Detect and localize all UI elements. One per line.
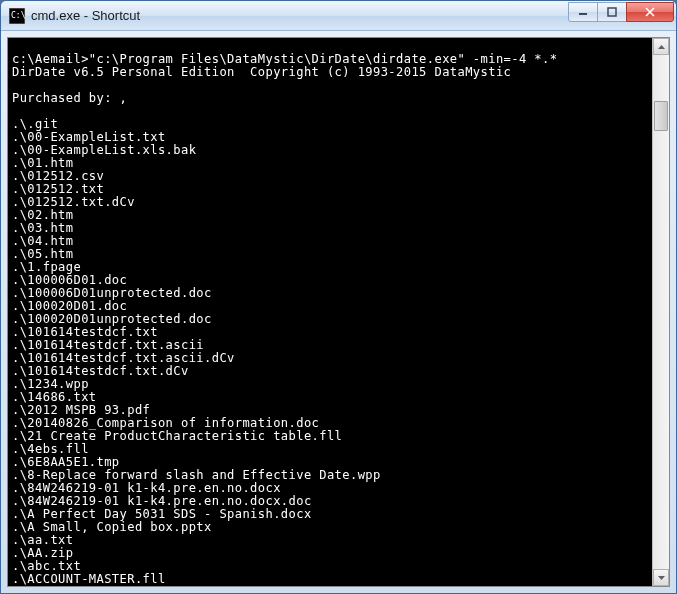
terminal-line: .\1234.wpp [12,378,648,391]
terminal-line: .\101614testdcf.txt.dCv [12,365,648,378]
terminal-line: .\012512.txt.dCv [12,196,648,209]
terminal-line: .\AA.zip [12,547,648,560]
window-controls [569,2,674,22]
terminal-line: .\A Small, Copied box.pptx [12,521,648,534]
minimize-button[interactable] [568,2,598,22]
terminal-line: .\05.htm [12,248,648,261]
scroll-down-button[interactable] [653,569,669,586]
cmd-icon: C:\ [9,8,25,24]
scroll-thumb[interactable] [654,101,668,131]
svg-text:C:\: C:\ [11,11,25,20]
app-window: C:\ cmd.exe - Shortcut c:\Aemail>"c:\Pro… [0,0,677,594]
scroll-track[interactable] [653,55,669,569]
window-title: cmd.exe - Shortcut [31,8,569,23]
terminal-frame: c:\Aemail>"c:\Program Files\DataMystic\D… [7,37,670,587]
scroll-up-button[interactable] [653,38,669,55]
terminal-line: .\04.htm [12,235,648,248]
maximize-button[interactable] [597,2,627,22]
terminal-line: Purchased by: , [12,92,648,105]
svg-rect-3 [608,8,616,16]
terminal-output[interactable]: c:\Aemail>"c:\Program Files\DataMystic\D… [8,38,652,586]
svg-rect-2 [579,13,587,15]
terminal-line: .\00-ExampleList.xls.bak [12,144,648,157]
terminal-line [12,105,648,118]
terminal-line: .\21 Create ProductCharacteristic table.… [12,430,648,443]
terminal-line: .\02.htm [12,209,648,222]
close-button[interactable] [626,2,674,22]
terminal-line: .\01.htm [12,157,648,170]
terminal-line: DirDate v6.5 Personal Edition Copyright … [12,66,648,79]
terminal-line: .\aa.txt [12,534,648,547]
vertical-scrollbar[interactable] [652,38,669,586]
terminal-line: .\03.htm [12,222,648,235]
terminal-line: .\012512.csv [12,170,648,183]
titlebar[interactable]: C:\ cmd.exe - Shortcut [1,1,676,31]
